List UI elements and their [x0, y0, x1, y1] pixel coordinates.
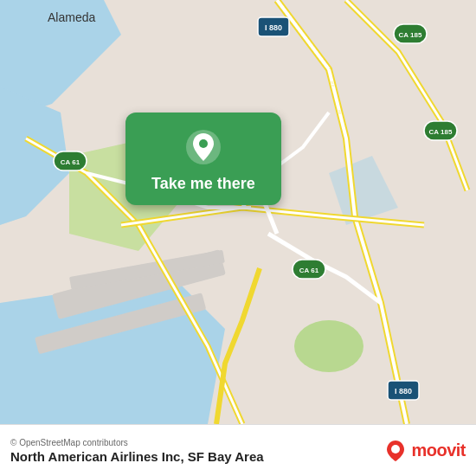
- moovit-text: moovit: [411, 441, 466, 460]
- svg-text:I 880: I 880: [395, 387, 412, 396]
- svg-point-20: [391, 445, 400, 453]
- location-pin-icon: [184, 128, 222, 166]
- bottom-bar: © OpenStreetMap contributors North Ameri…: [0, 424, 476, 476]
- take-me-there-button[interactable]: Take me there: [125, 113, 281, 205]
- svg-text:CA 61: CA 61: [299, 267, 319, 274]
- svg-text:CA 185: CA 185: [399, 31, 422, 39]
- map-container: I 880 CA 185 CA 185 CA 61 CA 61 I 880 Al…: [0, 0, 476, 424]
- location-info: © OpenStreetMap contributors North Ameri…: [10, 438, 264, 464]
- take-me-there-label: Take me there: [151, 175, 255, 193]
- svg-text:Alameda: Alameda: [48, 10, 95, 24]
- moovit-pin-icon: [383, 439, 408, 463]
- svg-text:CA 185: CA 185: [429, 128, 453, 136]
- svg-text:CA 61: CA 61: [61, 158, 80, 166]
- svg-point-1: [294, 320, 363, 372]
- svg-point-19: [199, 139, 208, 148]
- osm-attribution: © OpenStreetMap contributors: [10, 438, 264, 447]
- moovit-logo: moovit: [383, 439, 466, 463]
- location-title: North American Airlines Inc, SF Bay Area: [10, 449, 264, 464]
- svg-text:I 880: I 880: [265, 23, 282, 32]
- take-me-there-card[interactable]: Take me there: [125, 113, 281, 205]
